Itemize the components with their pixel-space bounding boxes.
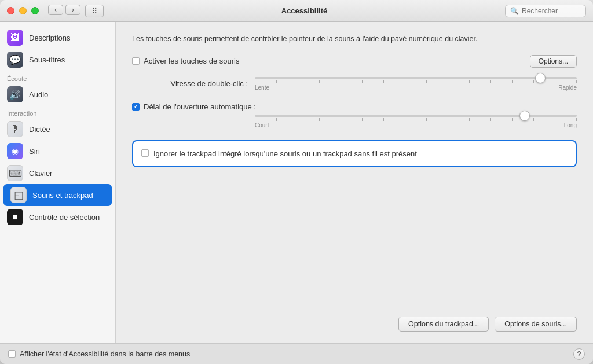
- sidebar-item-siri[interactable]: ◉ Siri: [0, 140, 115, 162]
- sidebar-item-label: Souris et trackpad: [32, 191, 93, 200]
- window-title: Accessibilité: [104, 6, 505, 15]
- tick: [533, 118, 534, 121]
- tick: [383, 80, 384, 83]
- ignore-trackpad-checkbox[interactable]: [141, 149, 149, 157]
- activate-checkbox-label: Activer les touches de souris: [132, 57, 239, 65]
- delay-min-label: Court: [255, 122, 269, 128]
- tick: [512, 80, 513, 83]
- sidebar-item-label: Contrôle de sélection: [29, 213, 100, 222]
- tick: [555, 118, 555, 121]
- sidebar-item-label: Clavier: [29, 169, 52, 178]
- footer-label-text: Afficher l'état d'Accessibilité dans la …: [20, 350, 190, 358]
- sidebar-item-clavier[interactable]: ⌨ Clavier: [0, 162, 115, 184]
- description-text: Les touches de souris permettent de cont…: [132, 34, 503, 45]
- maximize-button[interactable]: [31, 7, 39, 14]
- tick: [298, 118, 298, 121]
- dictee-icon: 🎙: [7, 121, 23, 137]
- sidebar-item-controle-selection[interactable]: ■ Contrôle de sélection: [0, 206, 115, 228]
- delay-max-label: Long: [564, 122, 577, 128]
- double-click-labels: Lente Rapide: [255, 84, 577, 91]
- delay-slider-row: Court Long: [132, 115, 577, 128]
- titlebar: ‹ › ⠿ Accessibilité 🔍: [0, 0, 593, 22]
- sidebar-item-label: Dictée: [29, 125, 50, 134]
- footer: Afficher l'état d'Accessibilité dans la …: [0, 343, 593, 364]
- delay-checkbox[interactable]: [132, 103, 140, 111]
- double-click-min-label: Lente: [255, 84, 269, 91]
- double-click-max-label: Rapide: [558, 84, 577, 91]
- tick: [341, 80, 341, 83]
- double-click-slider-section: Vitesse de double-clic :: [132, 77, 577, 92]
- tick: [448, 118, 448, 121]
- traffic-lights: [7, 7, 39, 14]
- delay-slider-container: Court Long: [255, 115, 577, 128]
- double-click-slider-row: Vitesse de double-clic :: [132, 77, 577, 91]
- close-button[interactable]: [7, 7, 14, 14]
- sidebar-item-label: Siri: [29, 147, 40, 156]
- tick: [319, 118, 320, 121]
- descriptions-icon: 🖼: [7, 30, 23, 46]
- activate-checkbox[interactable]: [132, 57, 140, 65]
- tick: [576, 118, 577, 121]
- options-button[interactable]: Options...: [530, 55, 577, 68]
- double-click-slider-container: Lente Rapide: [255, 77, 577, 91]
- footer-checkbox-label: Afficher l'état d'Accessibilité dans la …: [8, 350, 190, 358]
- tick: [426, 118, 427, 121]
- ignore-trackpad-box: Ignorer le trackpad intégré lorsqu'une s…: [132, 140, 577, 168]
- tick: [469, 118, 470, 121]
- tick: [490, 118, 491, 121]
- search-input[interactable]: [522, 7, 581, 15]
- controle-icon: ■: [7, 209, 23, 225]
- tick: [490, 80, 491, 83]
- delay-checkbox-row: Délai de l'ouverture automatique :: [132, 102, 577, 111]
- sidebar-item-label: Audio: [29, 90, 48, 99]
- double-click-ticks: [255, 79, 577, 83]
- sidebar-item-dictee[interactable]: 🎙 Dictée: [0, 118, 115, 140]
- tick: [405, 80, 405, 83]
- subtitles-icon: 💬: [7, 52, 23, 68]
- sidebar-item-descriptions[interactable]: 🖼 Descriptions: [0, 27, 115, 49]
- audio-icon: 🔊: [7, 86, 23, 102]
- content-area: Les touches de souris permettent de cont…: [116, 22, 593, 343]
- sidebar: 🖼 Descriptions 💬 Sous-titres Écoute 🔊 Au…: [0, 22, 116, 343]
- activate-row: Activer les touches de souris Options...: [132, 55, 577, 68]
- sidebar-item-sous-titres[interactable]: 💬 Sous-titres: [0, 49, 115, 71]
- sidebar-item-audio[interactable]: 🔊 Audio: [0, 83, 115, 105]
- double-click-label: Vitesse de double-clic :: [132, 79, 248, 88]
- nav-buttons: ‹ › ⠿: [48, 5, 104, 17]
- activate-label-text: Activer les touches de souris: [144, 57, 239, 65]
- mouse-options-button[interactable]: Options de souris...: [495, 317, 577, 332]
- forward-button[interactable]: ›: [65, 5, 80, 15]
- sidebar-item-label: Sous-titres: [29, 56, 65, 64]
- delay-checkbox-label: Délai de l'ouverture automatique :: [132, 102, 256, 111]
- trackpad-options-button[interactable]: Options du trackpad...: [398, 317, 489, 332]
- grid-button[interactable]: ⠿: [85, 5, 104, 17]
- help-button[interactable]: ?: [573, 348, 585, 360]
- section-label-ecoute: Écoute: [0, 71, 115, 83]
- sidebar-item-souris-trackpad[interactable]: ◱ Souris et trackpad: [3, 184, 112, 206]
- souris-icon: ◱: [10, 187, 27, 203]
- main-window: ‹ › ⠿ Accessibilité 🔍 🖼 Descriptions 💬 S…: [0, 0, 593, 364]
- search-bar: 🔍: [505, 5, 586, 17]
- tick: [255, 80, 255, 83]
- tick: [255, 118, 255, 121]
- back-button[interactable]: ‹: [48, 5, 63, 15]
- tick: [533, 80, 534, 83]
- tick: [362, 118, 363, 121]
- delay-ticks: [255, 117, 577, 121]
- search-icon: 🔍: [510, 7, 519, 15]
- tick: [276, 118, 277, 121]
- siri-icon: ◉: [7, 143, 23, 159]
- bottom-buttons: Options du trackpad... Options de souris…: [132, 311, 577, 332]
- ignore-trackpad-text: Ignorer le trackpad intégré lorsqu'une s…: [153, 148, 417, 160]
- tick: [362, 80, 363, 83]
- tick: [555, 80, 555, 83]
- tick: [341, 118, 341, 121]
- main-content: 🖼 Descriptions 💬 Sous-titres Écoute 🔊 Au…: [0, 22, 593, 343]
- footer-accessibility-checkbox[interactable]: [8, 350, 16, 358]
- tick: [276, 80, 277, 83]
- tick: [576, 80, 577, 83]
- sidebar-item-label: Descriptions: [29, 34, 71, 42]
- tick: [405, 118, 405, 121]
- tick: [426, 80, 427, 83]
- minimize-button[interactable]: [19, 7, 27, 14]
